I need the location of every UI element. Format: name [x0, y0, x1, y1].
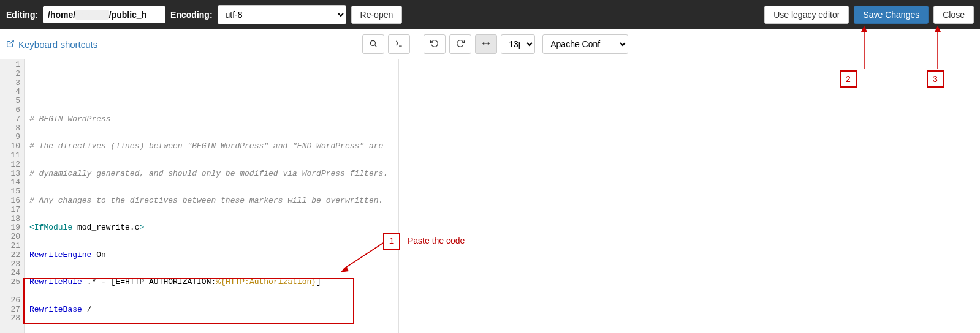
svg-line-2	[375, 45, 377, 47]
legacy-editor-button[interactable]: Use legacy editor	[764, 6, 849, 24]
wrap-button[interactable]	[475, 34, 497, 54]
redo-button[interactable]	[449, 34, 471, 54]
wrap-icon	[481, 39, 491, 50]
path-suffix: /public_h	[109, 10, 146, 20]
terminal-icon	[394, 39, 404, 50]
save-changes-button[interactable]: Save Changes	[854, 6, 929, 24]
keyboard-shortcuts-label: Keyboard shortcuts	[18, 39, 97, 50]
editing-label: Editing:	[6, 10, 38, 20]
encoding-select[interactable]: utf-8	[218, 5, 346, 24]
code-content[interactable]: # BEGIN WordPress # The directives (line…	[25, 59, 980, 333]
svg-point-1	[371, 40, 376, 45]
undo-button[interactable]	[424, 34, 446, 54]
undo-icon	[430, 39, 439, 50]
external-link-icon	[6, 39, 15, 50]
editor-toolbar: Keyboard shortcuts 13px Apache Conf	[0, 29, 980, 59]
path-redacted: xxxxxxx	[75, 10, 109, 20]
search-button[interactable]	[362, 34, 384, 54]
path-prefix: /home/	[48, 10, 75, 20]
terminal-button[interactable]	[388, 34, 410, 54]
top-bar: Editing: /home/xxxxxxx/public_h Encoding…	[0, 0, 980, 29]
syntax-select[interactable]: Apache Conf	[542, 34, 628, 54]
code-editor[interactable]: 1234567891011121314151617181920212223242…	[0, 59, 980, 333]
font-size-select[interactable]: 13px	[501, 34, 535, 54]
reopen-button[interactable]: Re-open	[351, 6, 403, 24]
close-button[interactable]: Close	[933, 6, 974, 24]
search-icon	[369, 39, 378, 50]
keyboard-shortcuts-link[interactable]: Keyboard shortcuts	[6, 39, 97, 50]
redo-icon	[456, 39, 465, 50]
encoding-label: Encoding:	[170, 10, 212, 20]
file-path-input-wrap[interactable]: /home/xxxxxxx/public_h	[43, 6, 165, 23]
line-number-gutter: 1234567891011121314151617181920212223242…	[0, 59, 25, 333]
svg-line-0	[10, 40, 13, 43]
